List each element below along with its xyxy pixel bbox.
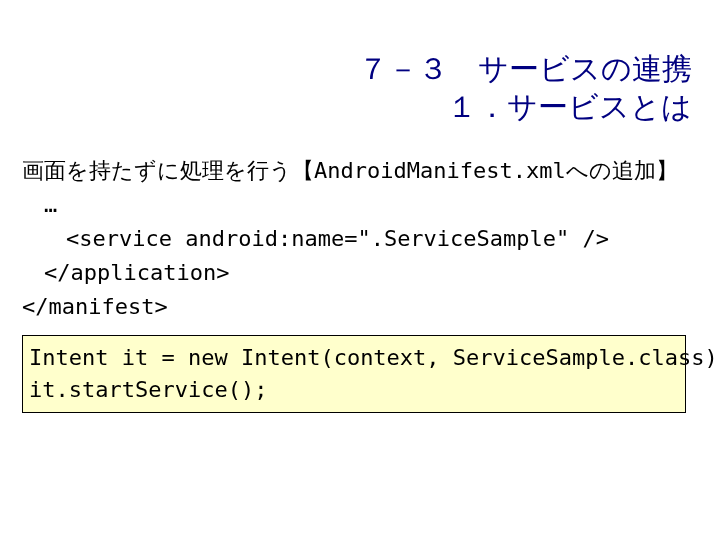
title-line-1: ７－３ サービスの連携: [358, 50, 692, 88]
body-line-5: </manifest>: [22, 294, 168, 319]
java-code-box: Intent it = new Intent(context, ServiceS…: [22, 335, 686, 413]
body-line-3: <service android:name=".ServiceSample" /…: [22, 226, 609, 251]
manifest-snippet: 画面を持たずに処理を行う【AndroidManifest.xmlへの追加】 … …: [22, 154, 678, 324]
code-line-2: it.startService();: [29, 377, 267, 402]
body-line-2: …: [22, 192, 57, 217]
title-line-2: １．サービスとは: [358, 88, 692, 126]
body-line-4: </application>: [22, 260, 229, 285]
body-line-1: 画面を持たずに処理を行う【AndroidManifest.xmlへの追加】: [22, 158, 678, 183]
code-line-1: Intent it = new Intent(context, ServiceS…: [29, 345, 720, 370]
slide-title-block: ７－３ サービスの連携 １．サービスとは: [358, 50, 692, 125]
slide: ７－３ サービスの連携 １．サービスとは 画面を持たずに処理を行う【Androi…: [0, 0, 720, 540]
